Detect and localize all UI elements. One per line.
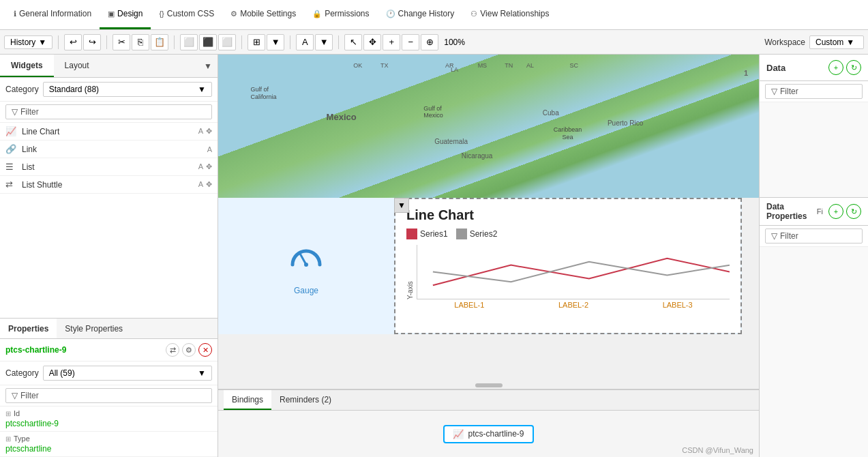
map-background: TX AR TN MS AL SC OK LA Mexico Gulf ofCa… [218,55,759,198]
widget-item-list-shuttle[interactable]: ⇄ List Shuttle A ✥ [0,176,218,194]
share-button[interactable]: ⇄ [166,343,179,357]
widget-item-line-chart[interactable]: 📈 Line Chart A ✥ [0,123,218,141]
text-format-button[interactable]: A [296,34,314,50]
close-button[interactable]: ✕ [198,343,212,357]
tab-general-information[interactable]: ℹ General Information [5,0,100,29]
svg-point-0 [304,263,308,267]
right-lower-filter-button[interactable]: ▽ Filter [765,228,863,244]
tab-view-relationships[interactable]: ⚇ View Relationships [462,0,557,29]
area-dropdown-button[interactable]: ▼ [394,198,409,213]
toolbar-separator-4 [241,35,242,49]
right-panel-lower-title: Data Properties [766,202,811,221]
tab-change-history[interactable]: 🕐 Change History [378,0,463,29]
right-lower-tab[interactable]: Fi [814,207,826,216]
map-mexico-label: Mexico [327,112,357,122]
binding-chip[interactable]: 📈 ptcs-chartline-9 [443,425,533,443]
widget-filter-label: Filter [20,107,39,117]
align-group: ⬜ ⬛ ⬜ [180,34,236,50]
text-dropdown-button[interactable]: ▼ [315,34,333,50]
props-tabs: Properties Style Properties [0,319,218,339]
tab-layout[interactable]: Layout [54,55,100,77]
cut-button[interactable]: ✂ [113,34,130,50]
tab-permissions[interactable]: 🔒 Permissions [304,0,377,29]
align-right-button[interactable]: ⬜ [218,34,236,50]
map-caribbean-label: CaribbeanSea [554,126,582,141]
gauge-widget[interactable]: Gauge [218,198,394,334]
widget-item-list-shuttle-actions: A ✥ [198,180,212,189]
watermark-text: CSDN @Vifun_Wang [682,446,753,454]
right-filter-button[interactable]: ▽ Filter [765,84,863,99]
redo-button[interactable]: ↪ [83,34,101,50]
line-chart-widget[interactable]: Line Chart Series1 Series2 Y-axis [394,198,742,334]
tab-design[interactable]: ▣ Design [100,0,151,29]
right-data-area [760,102,868,198]
map-nicaragua-label: Nicaragua [462,152,493,160]
tab-view-relationships-label: View Relationships [480,9,549,18]
widget-filter-button[interactable]: ▽ Filter [5,104,212,119]
map-label-ok: OK [353,62,362,69]
chart-plot [417,245,730,299]
props-filter-button[interactable]: ▽ Filter [5,388,212,403]
view-button[interactable]: ⊞ [248,34,265,50]
tab-properties[interactable]: Properties [0,319,57,338]
tab-style-properties[interactable]: Style Properties [57,319,131,338]
right-panel-title: Data [766,63,785,73]
widget-item-link[interactable]: 🔗 Link A [0,141,218,158]
tab-mobile-settings[interactable]: ⚙ Mobile Settings [222,0,304,29]
undo-button[interactable]: ↩ [64,34,82,50]
list-text-btn[interactable]: A [198,162,203,171]
paste-button[interactable]: 📋 [151,34,168,50]
tab-custom-css[interactable]: {} Custom CSS [151,0,222,29]
link-text-btn[interactable]: A [207,145,212,153]
resize-handle[interactable] [475,383,503,387]
workspace-area: Workspace Custom ▼ [764,35,864,49]
target-tool-button[interactable]: ⊕ [421,34,438,50]
widget-filter-row: ▽ Filter [0,102,218,123]
props-category-value: All (59) [49,368,75,378]
list-move-btn[interactable]: ✥ [206,162,212,171]
widget-item-list[interactable]: ☰ List A ✥ [0,158,218,176]
list-shuttle-text-btn[interactable]: A [198,180,203,189]
type-prop-icon: ⊞ [5,435,11,443]
gear-button[interactable]: ⚙ [182,343,196,357]
x-labels: LABEL-1 LABEL-2 LABEL-3 [406,301,730,309]
bottom-content: 📈 ptcs-chartline-9 [218,411,759,457]
type-prop-value: ptcschartline [5,444,212,454]
toolbar-separator-1 [58,35,59,49]
widget-item-link-label: Link [22,145,203,154]
tab-widgets[interactable]: Widgets [0,55,54,77]
props-filter-row: ▽ Filter [0,385,218,407]
history-button[interactable]: History ▼ [4,35,53,49]
props-category-select[interactable]: All (59) ▼ [43,366,212,381]
copy-button[interactable]: ⎘ [132,34,149,50]
chart-body: Y-axis [406,245,730,299]
right-lower-add-button[interactable]: + [828,204,843,219]
align-center-button[interactable]: ⬛ [199,34,217,50]
tab-widgets-label: Widgets [11,61,43,70]
panel-dropdown-button[interactable]: ▼ [198,55,218,77]
move-tool-button[interactable]: ✥ [363,34,381,50]
props-filter-label: Filter [20,391,39,400]
right-lower-filter-label: Filter [780,231,798,241]
list-shuttle-move-btn[interactable]: ✥ [206,180,212,189]
line-chart-move-btn[interactable]: ✥ [206,127,212,136]
right-lower-refresh-button[interactable]: ↻ [846,204,861,219]
right-refresh-button[interactable]: ↻ [846,60,861,75]
remove-tool-button[interactable]: − [402,34,419,50]
add-tool-button[interactable]: + [383,34,400,50]
map-label-ms: MS [478,62,488,69]
align-left-button[interactable]: ⬜ [180,34,198,50]
line-chart-text-btn[interactable]: A [198,127,203,136]
view-dropdown-button[interactable]: ▼ [267,34,284,50]
map-widget[interactable]: TX AR TN MS AL SC OK LA Mexico Gulf ofCa… [218,55,759,198]
map-label-sc: SC [569,62,578,69]
select-tool-button[interactable]: ↖ [344,34,362,50]
tab-bindings[interactable]: Bindings [224,390,271,410]
map-gulf-mexico: Gulf ofMexico [423,105,443,120]
workspace-select[interactable]: Custom ▼ [809,35,864,49]
right-add-button[interactable]: + [828,60,843,75]
category-select[interactable]: Standard (88) ▼ [43,82,212,97]
id-prop-value: ptcschartline-9 [5,419,212,428]
filter-icon: ▽ [12,107,18,117]
tab-reminders[interactable]: Reminders (2) [271,390,340,410]
